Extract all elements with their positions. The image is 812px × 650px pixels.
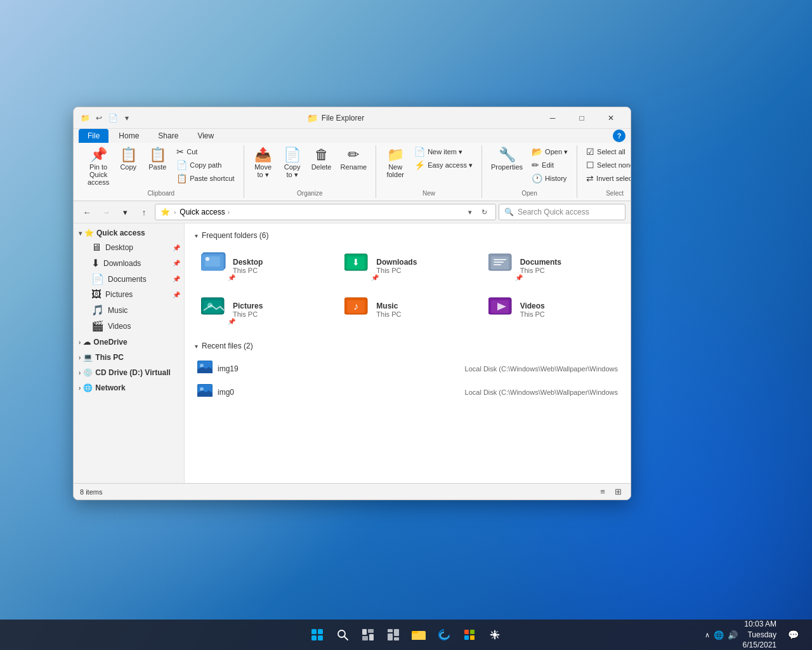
volume-icon[interactable]: 🔊: [728, 630, 738, 640]
rename-button[interactable]: ✏ Rename: [337, 145, 371, 173]
search-taskbar-btn[interactable]: [331, 623, 354, 646]
select-all-button[interactable]: ☑ Select all: [582, 145, 631, 158]
ribbon: 📌 Pin to Quickaccess 📋 Copy 📋 Paste ✂ Cu…: [74, 143, 631, 201]
svg-rect-47: [464, 635, 469, 640]
new-folder-button[interactable]: 📁 Newfolder: [381, 145, 409, 181]
tab-home[interactable]: Home: [110, 129, 148, 143]
move-to-button[interactable]: 📤 Moveto ▾: [249, 145, 277, 182]
copy-button[interactable]: 📋 Copy: [114, 145, 142, 173]
grid-view-btn[interactable]: ⊞: [612, 486, 624, 498]
tab-share[interactable]: Share: [149, 129, 187, 143]
chevron-up-icon[interactable]: ∧: [705, 631, 710, 639]
close-button[interactable]: ✕: [596, 107, 625, 129]
edge-taskbar-btn[interactable]: [433, 623, 455, 646]
music-tile-icon: ♪: [344, 295, 370, 324]
widgets-btn[interactable]: [382, 623, 405, 646]
ribbon-group-select: ☑ Select all ☐ Select none ⇄ Invert sele…: [577, 145, 631, 198]
history-button[interactable]: 🕐 History: [528, 172, 572, 185]
titlebar-forward-quick[interactable]: 📄: [107, 112, 119, 124]
folder-tile-pictures[interactable]: Pictures This PC 📌: [195, 290, 333, 329]
sidebar-quick-access-header[interactable]: ▾ ⭐ Quick access: [74, 226, 184, 240]
svg-rect-40: [394, 637, 399, 640]
sidebar-item-pictures[interactable]: 🖼 Pictures 📌: [74, 287, 184, 302]
copy-path-button[interactable]: 📄 Copy path: [173, 159, 238, 171]
titlebar-back-quick[interactable]: ↩: [93, 112, 105, 124]
open-small-group: 📂 Open ▾ ✏ Edit 🕐 History: [528, 145, 572, 185]
sidebar-onedrive-header[interactable]: › ☁ OneDrive: [74, 335, 184, 349]
network-label: Network: [95, 383, 125, 392]
select-none-button[interactable]: ☐ Select none: [582, 159, 631, 171]
taskview-btn[interactable]: [357, 623, 379, 646]
open-icon: 📂: [532, 147, 542, 157]
folder-tile-documents[interactable]: Documents This PC 📌: [482, 246, 620, 285]
recent-file-img19[interactable]: img19 Local Disk (C:\Windows\Web\Wallpap…: [195, 357, 620, 380]
notification-btn[interactable]: 💬: [782, 623, 804, 646]
list-view-btn[interactable]: ≡: [596, 486, 609, 498]
tab-view[interactable]: View: [188, 129, 223, 143]
sidebar-item-music[interactable]: 🎵 Music: [74, 302, 184, 318]
taskbar-sys-icons: ∧ 🌐 🔊: [705, 630, 738, 640]
pictures-tile-name: Pictures: [233, 302, 263, 310]
taskbar-clock[interactable]: 10:03 AM Tuesday6/15/2021: [743, 619, 776, 650]
sidebar-item-documents[interactable]: 📄 Documents 📌: [74, 271, 184, 287]
cut-button[interactable]: ✂ Cut: [173, 145, 238, 158]
recent-files-header[interactable]: ▾ Recent files (2): [195, 342, 620, 350]
help-button[interactable]: ?: [613, 129, 625, 142]
properties-button[interactable]: 🔧 Properties: [487, 145, 527, 173]
addr-dropdown-btn[interactable]: ▾: [464, 206, 476, 218]
edit-button[interactable]: ✏ Edit: [528, 159, 572, 171]
recents-button[interactable]: ▾: [117, 204, 133, 220]
recent-file-img0[interactable]: img0 Local Disk (C:\Windows\Web\Wallpape…: [195, 380, 620, 404]
folder-tile-videos[interactable]: Videos This PC: [482, 290, 620, 329]
titlebar-dropdown[interactable]: ▾: [121, 112, 133, 124]
copy-to-button[interactable]: 📄 Copyto ▾: [278, 145, 306, 182]
folder-tile-music[interactable]: ♪ Music This PC: [338, 290, 476, 329]
start-button[interactable]: [306, 623, 329, 646]
sidebar-item-videos[interactable]: 🎬 Videos: [74, 318, 184, 334]
documents-tile-pin: 📌: [515, 274, 523, 281]
pin-btn-label: Pin to Quickaccess: [88, 163, 109, 186]
network-sys-icon[interactable]: 🌐: [714, 630, 724, 640]
organize-content: 📤 Moveto ▾ 📄 Copyto ▾ 🗑 Delete ✏ Rename: [249, 145, 371, 189]
settings-taskbar-btn[interactable]: [483, 623, 506, 646]
sidebar-thispc-header[interactable]: › 💻 This PC: [74, 350, 184, 364]
store-taskbar-btn[interactable]: [458, 623, 481, 646]
new-item-icon: 📄: [414, 147, 425, 157]
sidebar-item-downloads[interactable]: ⬇ Downloads 📌: [74, 255, 184, 271]
addr-refresh-btn[interactable]: ↻: [478, 206, 490, 218]
edit-label: Edit: [542, 161, 554, 169]
frequent-chevron: ▾: [195, 232, 198, 239]
tab-file[interactable]: File: [79, 129, 108, 143]
sidebar-cddrive-header[interactable]: › 💿 CD Drive (D:) Virtuall: [74, 366, 184, 380]
sidebar-item-desktop[interactable]: 🖥 Desktop 📌: [74, 240, 184, 255]
svg-rect-48: [470, 635, 475, 640]
minimize-button[interactable]: ─: [538, 107, 567, 129]
paste-shortcut-button[interactable]: 📋 Paste shortcut: [173, 172, 238, 185]
sidebar-network-header[interactable]: › 🌐 Network: [74, 381, 184, 395]
easy-access-button[interactable]: ⚡ Easy access ▾: [410, 159, 476, 171]
folder-tile-downloads[interactable]: ⬇ Downloads This PC 📌: [338, 246, 476, 285]
new-item-button[interactable]: 📄 New item ▾: [410, 145, 476, 158]
edit-icon: ✏: [532, 160, 539, 170]
pictures-tile-sub: This PC: [233, 310, 263, 318]
search-bar[interactable]: 🔍 Search Quick access: [499, 204, 625, 220]
downloads-pin-icon: 📌: [173, 260, 180, 267]
delete-button[interactable]: 🗑 Delete: [308, 145, 336, 173]
address-bar[interactable]: ⭐ › Quick access › ▾ ↻: [155, 204, 496, 220]
folder-tile-desktop[interactable]: Desktop This PC 📌: [195, 246, 333, 285]
invert-selection-button[interactable]: ⇄ Invert selection: [582, 172, 631, 185]
new-label: New: [381, 189, 476, 198]
open-button[interactable]: 📂 Open ▾: [528, 145, 572, 158]
pictures-pin-icon: 📌: [173, 291, 180, 298]
quick-access-label: Quick access: [96, 229, 145, 237]
back-button[interactable]: ←: [79, 204, 95, 220]
delete-icon: 🗑: [315, 148, 329, 162]
new-folder-icon: 📁: [387, 148, 404, 162]
maximize-button[interactable]: □: [567, 107, 596, 129]
up-button[interactable]: ↑: [136, 204, 152, 220]
file-explorer-taskbar-btn[interactable]: [407, 623, 430, 646]
forward-button[interactable]: →: [98, 204, 114, 220]
frequent-folders-header[interactable]: ▾ Frequent folders (6): [195, 231, 620, 240]
paste-button[interactable]: 📋 Paste: [143, 145, 171, 173]
pin-to-quick-access-btn[interactable]: 📌 Pin to Quickaccess: [84, 145, 113, 189]
